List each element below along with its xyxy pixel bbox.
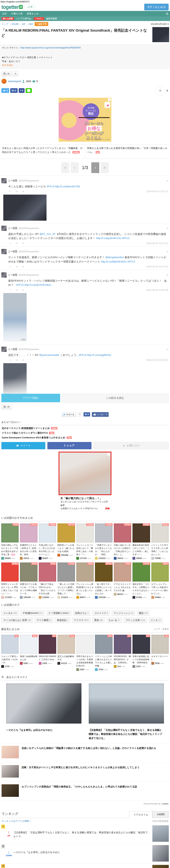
tweet-display-name[interactable]: ニー祖堅 (8, 348, 17, 351)
summary-card[interactable]: 8pt SEKAI NO OWARI と 三代目 J Soul .. 1305 … (39, 635, 56, 671)
recommended-article[interactable]: ―そのうち『はま寿司』は回るのをやめた (6, 683, 81, 740)
tag-pill[interactable]: コスメイク8 (92, 610, 110, 616)
last-page-button[interactable]: » (101, 162, 109, 173)
author-name[interactable]: naninisiyouk (8, 80, 21, 83)
like-heart-icon[interactable]: ♥ (22, 359, 24, 362)
summary-card[interactable]: 881pt バイトしてた店でサラダ作ったら料理長に「いかにもおいしそ.. 709… (151, 523, 169, 560)
ranking-item[interactable]: 1 UP 【京急事故】「主犯は運転手でもなく京急でもなく、狭まる道幅と標識では」… (1, 825, 169, 844)
tweet-link[interactable]: #FF14 (16, 283, 24, 286)
ad-banner-bustup[interactable]: i 夫「嫁が魅力的になって困る…！」 太らずにおっぱいだけが大きく?ホンマでっか… (59, 452, 111, 512)
summary-card[interactable]: 1234pt クレジットカード決済において「事前申し込み」の有無で『ー.. 11… (76, 523, 94, 560)
tweet-avatar[interactable] (1, 249, 7, 254)
tweet-avatar[interactable] (1, 347, 7, 352)
tweet-link[interactable]: #FF14 (127, 260, 135, 263)
ranking-app-link[interactable]: ランキングはアプリが便利！ (2, 819, 31, 823)
tag-pill[interactable]: 婚活228 (137, 610, 150, 616)
reply-icon[interactable]: ↩ (9, 242, 11, 245)
tag-pill[interactable]: メンタル109 (1, 610, 19, 616)
tweet-link[interactable]: #FF14 (79, 353, 86, 356)
recommended-article-small[interactable]: 色使いをディスられた絵師が「理論通りの絵が人を魅了する絵とは言い切れない」と反論… (1, 743, 169, 761)
summary-card[interactable]: 1398pt 農林水産省の食堂に行ってきた『くじら料理ッ...推しすぎィ！』 1… (132, 523, 150, 560)
summary-card[interactable]: 608pt アンジャッシュ渡部(普通のベルトを買ったと思っている)と.. 899… (76, 562, 94, 599)
tweet-display-name[interactable]: ニー祖堅 (8, 250, 17, 253)
tweet-handle[interactable]: @SOKENsquareenix (19, 250, 39, 253)
retweet-icon[interactable]: ⇆ (16, 288, 18, 291)
ad-info-icon[interactable]: i (107, 453, 110, 456)
tab-realtime[interactable]: リアルタイム (129, 811, 153, 818)
tweet-link[interactable]: http://t.co/6ytezBzThb (55, 185, 80, 188)
summary-card[interactable]: 5pt オオギリダイバー1 2038 view (151, 635, 169, 671)
facebook-share-button[interactable]: f 0 (19, 88, 25, 93)
tweet-link[interactable]: http://t.co/mypjf8X5xi (87, 353, 111, 356)
summary-card[interactable]: 264pt 多摩川のアユを救うため、クワをふるって19年の城島リーダ.. 106… (20, 562, 37, 599)
reply-icon[interactable]: ↩ (9, 265, 11, 268)
recommended-article-small[interactable]: セブンイレブンの某商品が「理想の食用金玉」「ひやしもちもちきんたま」と呼ばれて大… (1, 782, 169, 799)
summary-card[interactable]: 1797pt 海外文学の「コケモモ」が実際はコケモモではなかったことに.. 51… (132, 562, 150, 599)
summary-card[interactable]: 1pt 2013年9月9日「瞬間写真2013」さあ、12時30分.. 314 v… (114, 635, 131, 671)
big-favorite-button[interactable]: ★お気に入り (93, 442, 169, 449)
tweet-avatar[interactable] (1, 272, 7, 278)
continue-reading-button[interactable]: この続きを読む (61, 394, 169, 402)
recommended-article-small[interactable]: 悲報：女子高生がバイトし中古車買えた喜びを共有したのにイキリオタクくんが炎上させ… (1, 763, 169, 780)
tweet-display-name[interactable]: ニー祖堅 (8, 179, 17, 182)
tag-pill[interactable]: 杉田ひろと1 (73, 610, 91, 616)
tag-pill[interactable]: マツコの知らない世界165 (1, 618, 33, 623)
twitter-share-button[interactable]: 3 (1, 88, 9, 93)
retweet-icon[interactable]: ⇆ (16, 265, 18, 268)
nav-weekly-popular[interactable]: 今週の人気 (11, 12, 23, 15)
facebook-like-button[interactable]: いいね！ 0 (92, 412, 109, 417)
hatena-share-button[interactable]: B! 0 (10, 88, 18, 93)
first-page-button[interactable]: « (61, 162, 69, 173)
tweet-display-name[interactable]: ニー祖堅 (8, 227, 17, 230)
like-heart-icon[interactable]: ♥ (22, 190, 24, 193)
author-avatar[interactable] (1, 79, 7, 84)
tweet-share-button-small[interactable]: ツイート (61, 412, 76, 417)
also-read-link[interactable]: Game Developers Conference 2014 参加者つぶやきま… (1, 435, 169, 439)
summary-card[interactable]: 市民不在のまちづくり計画～不透明な京都会館再整備計画の行.. 2487 view (76, 635, 94, 671)
hide-history-link[interactable]: 非表示 (162, 628, 169, 631)
tag-pill[interactable]: 島袋光紀1 (55, 618, 70, 623)
nav-new[interactable]: 新着まとめ (27, 12, 39, 15)
tweet-image[interactable] (3, 195, 46, 221)
summary-card[interactable]: 9pt ジムニーで東北一人旅2018（その5／5） 1743 view (1, 635, 19, 671)
tag-pill[interactable]: ザ!鉄腕!DASH!!277 (20, 610, 45, 616)
read-in-app-button[interactable]: アプリで読む (1, 394, 60, 402)
memory-button[interactable]: 思い出 (1, 71, 12, 76)
tweet-link[interactable]: @dengekionline (105, 256, 124, 259)
date-dropdown[interactable]: 2014年4月28日 ▾ (151, 23, 169, 26)
ranking-item[interactable]: 2 DOWN ―そのうち『はま寿司』は回るのをやめた (1, 844, 169, 864)
search-icon[interactable] (166, 13, 168, 14)
twitter-bird-icon[interactable] (166, 250, 169, 253)
edit-icon[interactable]: ✎ (13, 71, 18, 76)
related-article-link[interactable]: 関東のとある駅で見られる風景写真の情報量が多い「日本一情報量の多いホーム」 3p… (85, 145, 170, 159)
article-button[interactable]: › 記事 (25, 4, 35, 9)
summary-card[interactable]: 4877pt 飼料用コーンを食べよう（歯ごたえのある虚無） 355498 vie… (57, 523, 75, 560)
prev-page-button[interactable]: ‹ (71, 162, 79, 173)
next-page-button[interactable]: › (91, 162, 99, 173)
tag-pill[interactable]: イッヌ13 (148, 618, 163, 623)
twitter-bird-icon[interactable] (166, 180, 169, 182)
tweet-link[interactable]: #FF14 (46, 185, 54, 188)
breadcrumb-day[interactable]: 28日 (29, 23, 33, 26)
tag-pill[interactable]: アイマス5579 (72, 618, 91, 623)
tweet-link[interactable]: http://t.co/8lyNoE4kGz (101, 260, 127, 263)
summary-card[interactable]: 360pt 「胸のチラ見は100％わかる」「見せパンだから大丈夫は通.. 115… (39, 562, 56, 599)
reply-icon[interactable]: ↩ (9, 190, 11, 193)
memory-button-bottom[interactable]: 思い出 (1, 404, 12, 409)
ad-info-icon[interactable]: i (108, 98, 111, 101)
summary-card[interactable]: 664pt デブがコスメイクしたよ【まさかまさかの】編 88223 view (114, 562, 131, 599)
summary-card[interactable]: 51pt 貧乏人の雑誌解体方法 24119 view (57, 635, 75, 671)
favorite-star-button[interactable]: ★ (156, 86, 165, 95)
summary-card[interactable]: 1139pt 「優しかった先輩がどんどん豹変してパワハラ野郎に変貌して.. 11… (57, 562, 75, 599)
tweet-avatar[interactable] (1, 226, 7, 231)
like-heart-icon[interactable]: ♥ (22, 265, 24, 268)
read-more-link[interactable]: 続きを読む (2, 64, 13, 66)
summary-card[interactable]: 29pt 寿嶺二bot診断結果まとめ 5391 view (20, 635, 37, 671)
big-facebook-share-button[interactable]: fシェア (47, 442, 91, 449)
breadcrumb-year[interactable]: 2014年 (11, 23, 19, 26)
also-read-link[interactable]: 光のオーケストラ 終演後感想ツイートまとめ 109pt (1, 425, 169, 430)
summary-card[interactable]: 1226pt 「沖縄でサンオイルを塗るとどうなる」「知らんのか」「病院.. 15… (95, 523, 113, 560)
subnav-simple-version[interactable]: シンプル版Tog.. (16, 17, 32, 20)
related-article-link[interactable]: 日本をよく知らない外国人が作ったホラーゲームでしきりに「肝臓検査」の単語が出てき… (0, 145, 85, 159)
summary-card[interactable]: 19pt イラッ☆とした時に癒されるダムクラスタによる癒し画像 3764 vie… (95, 635, 113, 671)
